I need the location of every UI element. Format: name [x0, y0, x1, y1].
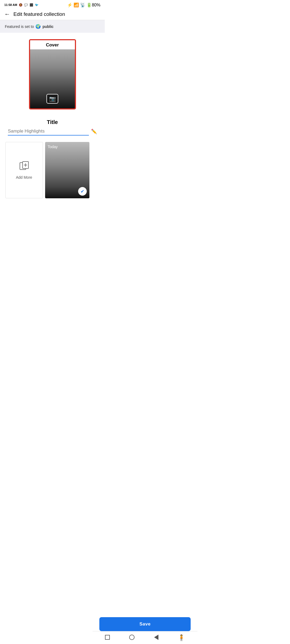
bluetooth-icon: ⚡ [67, 2, 73, 8]
camera-icon-wrap: 📷 [46, 94, 58, 104]
info-banner: Featured is set to 🌍 public [0, 20, 105, 33]
wifi-icon: 📡 [80, 2, 85, 8]
status-right: ⚡ 📶 📡 🔋80% [67, 2, 100, 8]
check-icon: ✔ [81, 189, 84, 194]
cover-label: Cover [30, 40, 75, 49]
back-button[interactable]: ← [4, 11, 10, 17]
messenger-icon: 💬 [24, 3, 28, 7]
media-grid: Add More Today ✔ [5, 142, 100, 198]
mute-icon: 🔕 [19, 3, 23, 7]
globe-icon: 🌍 [35, 24, 41, 29]
main-content: Cover 📷 Title ✏️ [0, 33, 105, 220]
status-left: 11:58 AM 🔕 💬 ⬛ 🐦 [4, 3, 39, 7]
status-time: 11:58 AM [4, 3, 17, 6]
cover-section: Cover 📷 [0, 33, 105, 114]
title-label: Title [47, 114, 58, 127]
title-input-row: ✏️ [8, 127, 97, 136]
camera-icon: 📷 [49, 96, 56, 102]
status-bar: 11:58 AM 🔕 💬 ⬛ 🐦 ⚡ 📶 📡 🔋80% [0, 0, 105, 9]
checkmark-badge: ✔ [78, 187, 87, 196]
title-input-wrap [8, 127, 89, 136]
today-label: Today [48, 145, 58, 149]
add-more-cell[interactable]: Add More [5, 142, 43, 198]
add-more-icon [19, 161, 29, 173]
title-input[interactable] [8, 127, 89, 135]
banner-text: Featured is set to [5, 24, 34, 29]
battery-icon: 🔋80% [86, 2, 100, 8]
cover-image[interactable]: 📷 [30, 49, 75, 108]
top-nav: ← Edit featured collection [0, 9, 105, 20]
signal-icon: 📶 [74, 2, 79, 8]
media-cell[interactable]: Today ✔ [45, 142, 89, 198]
edit-icon[interactable]: ✏️ [91, 129, 97, 136]
square-status-icon: ⬛ [30, 3, 33, 7]
add-more-label: Add More [16, 175, 32, 180]
cover-card[interactable]: Cover 📷 [29, 39, 76, 109]
twitter-icon: 🐦 [35, 3, 39, 7]
banner-public-label: public [42, 24, 53, 29]
page-title: Edit featured collection [13, 11, 65, 17]
